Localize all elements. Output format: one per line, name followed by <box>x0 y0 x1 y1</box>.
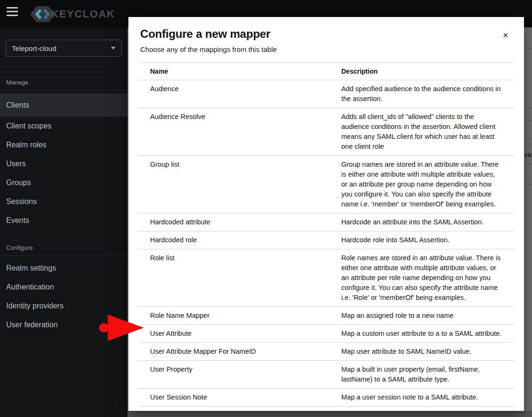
keycloak-logo: KEYCLOAK <box>30 5 115 24</box>
mapper-name: User Session Note <box>138 389 329 407</box>
mapper-description: Map user attribute to SAML NameID value. <box>329 343 514 361</box>
mapper-name: Hardcoded attribute <box>138 213 329 231</box>
mapper-name: Role Name Mapper <box>138 307 329 325</box>
close-icon: ✕ <box>503 31 509 39</box>
mapper-description: Hardcode role into SAML Assertion. <box>329 231 514 249</box>
nav-list-configure: Realm settings Authentication Identity p… <box>0 256 127 334</box>
background-table-line <box>524 120 532 121</box>
mapper-description: Hardcode an attribute into the SAML Asse… <box>329 213 514 231</box>
mapper-name: Hardcoded role <box>138 231 329 249</box>
dialog-title: Configure a new mapper <box>140 27 496 41</box>
dialog-body: Name Description Audience Add specified … <box>138 62 514 407</box>
background-bottom-strip <box>127 411 532 417</box>
background-table-line <box>524 48 532 49</box>
mapper-name: Audience <box>138 80 329 108</box>
table-row-user-session-note[interactable]: User Session Note Map a user session not… <box>138 389 514 407</box>
mapper-description: Map a custom user attribute to a to a SA… <box>329 325 514 343</box>
sidebar-item-authentication[interactable]: Authentication <box>0 278 127 297</box>
mapper-table-header-row: Name Description <box>138 63 514 80</box>
background-partial-text: rio <box>525 151 532 159</box>
table-row-hardcoded-attribute[interactable]: Hardcoded attribute Hardcode an attribut… <box>138 213 514 231</box>
mapper-description: Map a user session note to a SAML attrib… <box>329 389 514 407</box>
realm-selector[interactable]: Teleport-cloud <box>6 40 122 57</box>
nav-section-manage: Manage <box>0 79 127 91</box>
nav-section-label: Configure <box>6 244 127 251</box>
background-table-line <box>524 107 532 108</box>
mapper-description: Add specified audience to the audience c… <box>329 80 514 108</box>
sidebar-item-events[interactable]: Events <box>0 211 127 230</box>
realm-selector-area: Teleport-cloud <box>0 27 127 72</box>
column-header-name: Name <box>138 63 329 80</box>
mapper-name: Audience Resolve <box>138 108 329 156</box>
sidebar-item-identity-providers[interactable]: Identity providers <box>0 297 127 315</box>
mapper-table: Name Description Audience Add specified … <box>138 62 514 407</box>
modal-close-button[interactable]: ✕ <box>500 30 511 41</box>
column-header-description: Description <box>329 63 514 80</box>
table-row-user-property[interactable]: User Property Map a built in user proper… <box>138 361 514 389</box>
mapper-description: Group names are stored in an attribute v… <box>329 156 514 213</box>
mapper-name: User Property <box>138 361 329 389</box>
nav-section-label: Manage <box>6 79 127 86</box>
table-row-audience-resolve[interactable]: Audience Resolve Adds all client_ids of … <box>138 108 514 156</box>
table-row-hardcoded-role[interactable]: Hardcoded role Hardcode role into SAML A… <box>138 231 514 249</box>
mapper-description: Adds all client_ids of "allowed" clients… <box>329 108 514 156</box>
table-row-user-attribute[interactable]: User Attribute Map a custom user attribu… <box>138 325 514 343</box>
mapper-description: Map an assigned role to a new name <box>329 307 514 325</box>
sidebar-item-groups[interactable]: Groups <box>0 173 127 192</box>
menu-toggle-icon[interactable] <box>7 7 18 16</box>
background-table-line <box>524 184 532 185</box>
table-row-audience[interactable]: Audience Add specified audience to the a… <box>138 80 514 108</box>
sidebar-item-sessions[interactable]: Sessions <box>0 192 127 211</box>
sidebar-item-realm-roles[interactable]: Realm roles <box>0 136 127 154</box>
sidebar-item-users[interactable]: Users <box>0 154 127 173</box>
sidebar-item-clients[interactable]: Clients <box>0 94 127 117</box>
background-table-line <box>524 164 532 165</box>
dialog-subtitle: Choose any of the mappings from this tab… <box>140 45 496 53</box>
background-table-line <box>524 144 532 145</box>
table-row-group-list[interactable]: Group list Group names are stored in an … <box>138 156 514 213</box>
mapper-name: Group list <box>138 156 329 213</box>
sidebar-item-client-scopes[interactable]: Client scopes <box>0 117 127 136</box>
configure-mapper-dialog: Configure a new mapper Choose any of the… <box>128 17 524 411</box>
mapper-description: Role names are stored in an attribute va… <box>329 249 514 307</box>
nav-list-manage: Clients Client scopes Realm roles Users … <box>0 91 127 230</box>
table-row-role-name-mapper[interactable]: Role Name Mapper Map an assigned role to… <box>138 307 514 325</box>
nav-section-configure: Configure <box>0 244 127 256</box>
mapper-name: User Attribute Mapper For NameID <box>138 343 329 361</box>
sidebar-item-realm-settings[interactable]: Realm settings <box>0 259 127 278</box>
mapper-name: User Attribute <box>138 325 329 343</box>
table-row-role-list[interactable]: Role list Role names are stored in an at… <box>138 249 514 307</box>
table-row-user-attribute-mapper-for-nameid[interactable]: User Attribute Mapper For NameID Map use… <box>138 343 514 361</box>
realm-selector-value: Teleport-cloud <box>12 44 56 52</box>
sidebar: Teleport-cloud Manage Clients Client sco… <box>0 27 127 417</box>
sidebar-item-user-federation[interactable]: User federation <box>0 315 127 334</box>
mapper-description: Map a built in user property (email, fir… <box>329 361 514 389</box>
brand-text: KEYCLOAK <box>51 8 115 20</box>
chevron-down-icon <box>111 47 116 50</box>
mapper-name: Role list <box>138 249 329 307</box>
